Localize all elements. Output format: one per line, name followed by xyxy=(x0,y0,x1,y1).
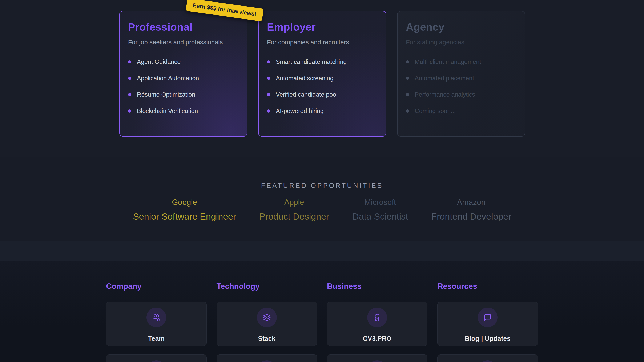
icon-circle xyxy=(478,308,498,327)
feature-label: Verified candidate pool xyxy=(276,91,338,98)
feature-label: Résumé Optimization xyxy=(137,91,195,98)
footer-card-partial[interactable] xyxy=(327,355,428,362)
job-item-microsoft[interactable]: Microsoft Data Scientist xyxy=(352,198,408,222)
footer-card-blog[interactable]: Blog | Updates xyxy=(437,302,538,346)
footer-card-partial[interactable] xyxy=(437,355,538,362)
bullet-icon xyxy=(128,77,131,80)
job-company: Microsoft xyxy=(352,198,408,207)
footer-card-title: Blog | Updates xyxy=(465,335,510,343)
featured-jobs-row: Google Senior Software Engineer Apple Pr… xyxy=(0,198,644,222)
feature-label: Multi-client management xyxy=(415,58,481,65)
footer-heading: Business xyxy=(327,282,428,291)
feature-label: Agent Guidance xyxy=(137,58,181,65)
plan-title: Professional xyxy=(128,21,238,33)
job-company: Google xyxy=(133,198,236,207)
layers-icon xyxy=(263,314,271,322)
featured-heading: FEATURED OPPORTUNITIES xyxy=(0,157,644,189)
feature-label: Blockchain Verification xyxy=(137,108,198,115)
footer-card-stack[interactable]: Stack xyxy=(216,302,317,346)
landing-page: Earn $$$ for Interviews! Professional Fo… xyxy=(0,0,644,362)
feature-item: Résumé Optimization xyxy=(128,91,238,98)
feature-item: Coming soon... xyxy=(406,108,516,115)
feature-label: AI-powered hiring xyxy=(276,108,324,115)
feature-item: Automated placement xyxy=(406,75,516,82)
bullet-icon xyxy=(128,93,131,96)
bullet-icon xyxy=(267,77,270,80)
plan-card-professional[interactable]: Professional For job seekers and profess… xyxy=(119,11,247,137)
feature-item: Smart candidate matching xyxy=(267,58,377,65)
bullet-icon xyxy=(406,77,409,80)
job-title: Data Scientist xyxy=(352,211,408,222)
icon-circle xyxy=(367,360,387,362)
plan-card-agency: Agency For staffing agencies Multi-clien… xyxy=(397,11,525,137)
job-item-apple[interactable]: Apple Product Designer xyxy=(259,198,329,222)
footer-card-partial[interactable] xyxy=(106,355,207,362)
feature-item: Verified candidate pool xyxy=(267,91,377,98)
job-company: Apple xyxy=(259,198,329,207)
section-spacer xyxy=(0,241,644,261)
bullet-icon xyxy=(128,60,131,63)
plan-description: For companies and recruiters xyxy=(267,39,377,46)
featured-opportunities-section: FEATURED OPPORTUNITIES Google Senior Sof… xyxy=(0,157,644,241)
feature-item: Performance analytics xyxy=(406,91,516,98)
footer-column-business: Business CV3.PRO xyxy=(327,282,428,362)
footer-card-partial[interactable] xyxy=(216,355,317,362)
plan-card-employer[interactable]: Employer For companies and recruiters Sm… xyxy=(258,11,386,137)
bullet-icon xyxy=(406,60,409,63)
footer-column-technology: Technology Stack xyxy=(216,282,317,362)
icon-circle xyxy=(257,360,277,362)
users-icon xyxy=(152,314,160,322)
plan-cards-row: Professional For job seekers and profess… xyxy=(0,0,644,137)
footer-card-team[interactable]: Team xyxy=(106,302,207,346)
bullet-icon xyxy=(267,93,270,96)
bullet-icon xyxy=(406,109,409,113)
footer-card-title: Stack xyxy=(258,335,276,343)
plan-feature-list: Agent Guidance Application Automation Ré… xyxy=(128,58,238,115)
icon-circle xyxy=(367,308,387,327)
job-title: Product Designer xyxy=(259,211,329,222)
icon-circle xyxy=(478,360,498,362)
feature-label: Application Automation xyxy=(137,75,199,82)
footer-heading: Technology xyxy=(216,282,317,291)
feature-item: AI-powered hiring xyxy=(267,108,377,115)
job-title: Senior Software Engineer xyxy=(133,211,236,222)
plan-description: For job seekers and professionals xyxy=(128,39,238,46)
footer-heading: Company xyxy=(106,282,207,291)
job-item-amazon[interactable]: Amazon Frontend Developer xyxy=(431,198,511,222)
footer-grid: Company Team Technology xyxy=(106,282,538,362)
icon-circle xyxy=(146,360,166,362)
plan-title: Agency xyxy=(406,21,516,33)
footer-card-cv3pro[interactable]: CV3.PRO xyxy=(327,302,428,346)
feature-item: Automated screening xyxy=(267,75,377,82)
feature-item: Multi-client management xyxy=(406,58,516,65)
feature-label: Performance analytics xyxy=(415,91,475,98)
footer-column-company: Company Team xyxy=(106,282,207,362)
feature-item: Agent Guidance xyxy=(128,58,238,65)
feature-label: Coming soon... xyxy=(415,108,456,115)
plan-title: Employer xyxy=(267,21,377,33)
footer-heading: Resources xyxy=(437,282,538,291)
feature-label: Automated placement xyxy=(415,75,474,82)
job-item-google[interactable]: Google Senior Software Engineer xyxy=(133,198,236,222)
plan-feature-list: Multi-client management Automated placem… xyxy=(406,58,516,115)
footer-column-resources: Resources Blog | Updates xyxy=(437,282,538,362)
feature-label: Automated screening xyxy=(276,75,334,82)
plan-feature-list: Smart candidate matching Automated scree… xyxy=(267,58,377,115)
bullet-icon xyxy=(406,93,409,96)
feature-item: Blockchain Verification xyxy=(128,108,238,115)
feature-label: Smart candidate matching xyxy=(276,58,347,65)
message-icon xyxy=(484,314,492,322)
plan-description: For staffing agencies xyxy=(406,39,516,46)
job-title: Frontend Developer xyxy=(431,211,511,222)
award-icon xyxy=(373,314,381,322)
footer-card-title: CV3.PRO xyxy=(363,335,392,343)
feature-item: Application Automation xyxy=(128,75,238,82)
bullet-icon xyxy=(128,109,131,113)
icon-circle xyxy=(257,308,277,327)
plans-section: Earn $$$ for Interviews! Professional Fo… xyxy=(0,0,644,157)
job-company: Amazon xyxy=(431,198,511,207)
bullet-icon xyxy=(267,60,270,63)
footer-section: Company Team Technology xyxy=(0,261,644,362)
bullet-icon xyxy=(267,109,270,113)
icon-circle xyxy=(146,308,166,327)
